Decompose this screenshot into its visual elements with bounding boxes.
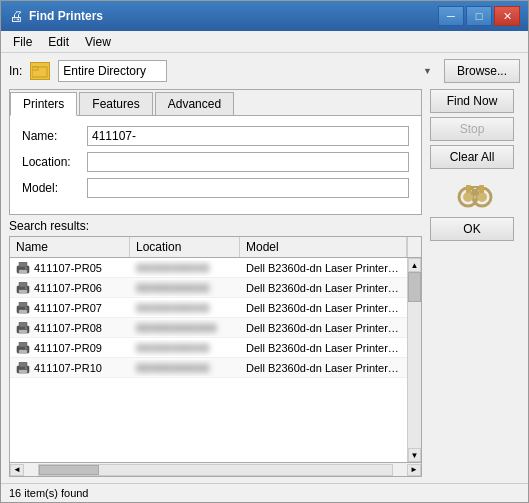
cell-name: 411107-PR05 [10, 260, 130, 276]
scroll-down-arrow[interactable]: ▼ [408, 448, 421, 462]
find-printers-window: 🖨 Find Printers ─ □ ✕ File Edit View In: [0, 0, 529, 503]
tab-content-printers: Name: Location: Model: [10, 116, 421, 214]
menu-view[interactable]: View [77, 33, 119, 51]
window-icon: 🖨 [9, 8, 23, 24]
browse-button[interactable]: Browse... [444, 59, 520, 83]
scroll-track [408, 272, 421, 448]
svg-rect-31 [466, 185, 471, 193]
h-scrollbar-track[interactable] [38, 464, 393, 476]
svg-rect-30 [471, 191, 479, 195]
col-header-model: Model [240, 237, 407, 257]
name-input[interactable] [87, 126, 409, 146]
horizontal-scrollbar-area: ◄ ► [10, 462, 421, 476]
results-section: Search results: Name Location Model [9, 219, 422, 477]
results-table-container: Name Location Model [9, 236, 422, 477]
svg-rect-1 [32, 67, 38, 70]
ok-button[interactable]: OK [430, 217, 514, 241]
svg-rect-5 [25, 267, 27, 268]
scroll-right-arrow[interactable]: ► [407, 464, 421, 476]
table-row[interactable]: 411107-PR07 XXXXXXXXXX Dell B2360d-dn La… [10, 298, 407, 318]
scroll-thumb[interactable] [408, 272, 421, 302]
search-icon-container [430, 173, 520, 213]
cell-location: XXXXXXXXXX [130, 280, 240, 296]
tab-advanced[interactable]: Advanced [155, 92, 234, 115]
maximize-button[interactable]: □ [466, 6, 492, 26]
svg-rect-20 [19, 350, 27, 353]
cell-model: Dell B2360d-dn Laser Printer XL [240, 360, 407, 376]
right-panel: Find Now Stop Clear All OK [430, 89, 520, 477]
svg-rect-9 [25, 287, 27, 288]
tab-container: Printers Features Advanced Name: Locatio… [9, 89, 422, 215]
model-label: Model: [22, 181, 87, 195]
cell-name: 411107-PR09 [10, 340, 130, 356]
results-body[interactable]: 411107-PR05 XXXXXXXXXX Dell B2360d-dn La… [10, 258, 407, 462]
directory-select-wrapper: Entire Directory [58, 60, 436, 82]
content-area: In: Entire Directory Browse... [1, 53, 528, 483]
printer-icon [16, 362, 30, 374]
svg-rect-11 [19, 302, 27, 307]
cell-model: Dell B2360d-dn Laser Printer XL [240, 340, 407, 356]
results-label: Search results: [9, 219, 422, 233]
menu-bar: File Edit View [1, 31, 528, 53]
location-input[interactable] [87, 152, 409, 172]
title-bar: 🖨 Find Printers ─ □ ✕ [1, 1, 528, 31]
table-row[interactable]: 411107-PR06 XXXXXXXXXX Dell B2360d-dn La… [10, 278, 407, 298]
status-text: 16 item(s) found [9, 487, 88, 499]
col-header-name: Name [10, 237, 130, 257]
svg-rect-3 [19, 262, 27, 267]
cell-name: 411107-PR08 [10, 320, 130, 336]
table-row[interactable]: 411107-PR05 XXXXXXXXXX Dell B2360d-dn La… [10, 258, 407, 278]
location-label: Location: [22, 155, 87, 169]
table-row[interactable]: 411107-PR10 XXXXXXXXXX Dell B2360d-dn La… [10, 358, 407, 378]
svg-rect-16 [19, 330, 27, 333]
minimize-button[interactable]: ─ [438, 6, 464, 26]
tab-features[interactable]: Features [79, 92, 152, 115]
in-label: In: [9, 64, 22, 78]
svg-rect-17 [25, 327, 27, 328]
table-row[interactable]: 411107-PR09 XXXXXXXXXX Dell B2360d-dn La… [10, 338, 407, 358]
binoculars-icon [457, 175, 493, 211]
cell-location: XXXXXXXXXXX [130, 320, 240, 336]
svg-rect-15 [19, 322, 27, 327]
svg-rect-7 [19, 282, 27, 287]
svg-rect-4 [19, 270, 27, 273]
scroll-up-arrow[interactable]: ▲ [408, 258, 421, 272]
title-bar-buttons: ─ □ ✕ [438, 6, 520, 26]
clear-all-button[interactable]: Clear All [430, 145, 514, 169]
main-panel: Printers Features Advanced Name: Locatio… [9, 89, 520, 477]
table-row[interactable]: 411107-PR08 XXXXXXXXXXX Dell B2360d-dn L… [10, 318, 407, 338]
model-input[interactable] [87, 178, 409, 198]
col-header-location: Location [130, 237, 240, 257]
close-button[interactable]: ✕ [494, 6, 520, 26]
tab-printers[interactable]: Printers [10, 92, 77, 116]
cell-name: 411107-PR07 [10, 300, 130, 316]
stop-button[interactable]: Stop [430, 117, 514, 141]
printer-icon [16, 342, 30, 354]
name-label: Name: [22, 129, 87, 143]
menu-edit[interactable]: Edit [40, 33, 77, 51]
printer-icon [16, 262, 30, 274]
cell-model: Dell B2360d-dn Laser Printer XL [240, 320, 407, 336]
svg-rect-23 [19, 362, 27, 367]
printer-icon [16, 282, 30, 294]
svg-rect-12 [19, 310, 27, 313]
cell-location: XXXXXXXXXX [130, 300, 240, 316]
printer-icon [16, 322, 30, 334]
tab-bar: Printers Features Advanced [10, 90, 421, 116]
find-now-button[interactable]: Find Now [430, 89, 514, 113]
cell-name: 411107-PR06 [10, 280, 130, 296]
vertical-scrollbar[interactable]: ▲ ▼ [407, 258, 421, 462]
scroll-left-arrow[interactable]: ◄ [10, 464, 24, 476]
svg-rect-25 [25, 367, 27, 368]
svg-rect-19 [19, 342, 27, 347]
table-wrapper: 411107-PR05 XXXXXXXXXX Dell B2360d-dn La… [10, 258, 421, 462]
window-title: Find Printers [29, 9, 103, 23]
printer-icon [16, 302, 30, 314]
menu-file[interactable]: File [5, 33, 40, 51]
cell-model: Dell B2360d-dn Laser Printer XL [240, 280, 407, 296]
svg-rect-8 [19, 290, 27, 293]
left-panel: Printers Features Advanced Name: Locatio… [9, 89, 422, 477]
form-row-model: Model: [22, 178, 409, 198]
directory-select[interactable]: Entire Directory [58, 60, 167, 82]
h-scrollbar-thumb[interactable] [39, 465, 99, 475]
